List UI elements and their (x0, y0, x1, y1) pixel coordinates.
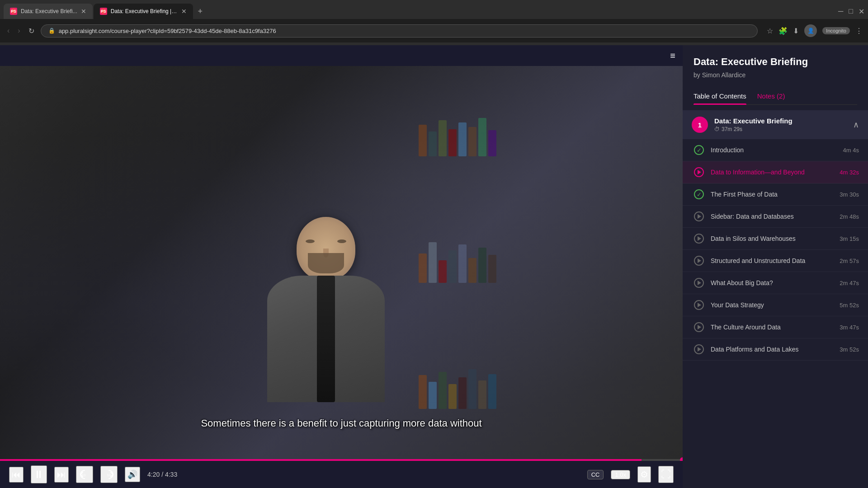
clip-duration-big-data: 2m 47s (840, 280, 859, 286)
tab-table-of-contents[interactable]: Table of Contents (693, 88, 746, 104)
sidebar-content: 1 Data: Executive Briefing ⏱ 37m 29s ∧ ✓ (683, 105, 868, 488)
completed-circle-intro: ✓ (694, 145, 704, 155)
pause-btn[interactable]: ⏸ (31, 465, 47, 483)
incognito-badge: Incognito (822, 27, 850, 34)
sidebar-tabs: Table of Contents Notes (2) (693, 88, 857, 105)
cc-btn[interactable]: CC (587, 470, 604, 479)
minimize-btn[interactable]: ─ (838, 7, 843, 16)
svg-text:10: 10 (82, 473, 86, 477)
clip-icon-sidebar-db (693, 211, 704, 222)
main-content: ≡ (0, 45, 868, 488)
bookmarks-icon[interactable]: ☆ (767, 27, 773, 35)
browser-tab-1[interactable]: PS Data: Executive Briefi... ✕ (4, 4, 93, 19)
completed-circle-first-phase: ✓ (694, 189, 704, 199)
default-circle-data-silos (694, 234, 704, 244)
default-circle-platforms (694, 344, 704, 354)
module-duration: ⏱ 37m 29s (714, 126, 847, 132)
forward-btn[interactable]: › (16, 25, 22, 37)
url-text: app.pluralsight.com/course-player?clipId… (59, 28, 276, 34)
collapse-icon[interactable]: ∧ (853, 120, 859, 130)
clock-icon: ⏱ (714, 126, 720, 132)
clip-item-data-silos[interactable]: Data in Silos and Warehouses 3m 15s (683, 228, 868, 250)
default-circle-your-data (694, 300, 704, 310)
default-circle-structured (694, 256, 704, 266)
clip-icon-data-to-info (693, 167, 704, 178)
more-menu-btn[interactable]: ⋮ (855, 27, 863, 35)
close-window-btn[interactable]: ✕ (859, 7, 864, 16)
progress-filled (0, 459, 642, 461)
profile-icon[interactable]: 👤 (804, 24, 817, 37)
clip-icon-big-data (693, 277, 704, 288)
clip-item-big-data[interactable]: What About Big Data? 2m 47s (683, 272, 868, 294)
skip-back-btn[interactable]: ⏮ (9, 467, 24, 483)
clip-duration-data-silos: 3m 15s (840, 235, 859, 242)
clip-item-platforms[interactable]: Data Platforms and Data Lakes 3m 52s (683, 338, 868, 361)
head (297, 217, 355, 280)
clip-name-your-data-strategy: Your Data Strategy (711, 301, 833, 309)
video-controls: ⏮ ⏸ ⏭ 10 10 🔊 (0, 461, 683, 488)
speed-btn[interactable]: 1.0x (611, 470, 630, 479)
volume-btn[interactable]: 🔊 (125, 467, 140, 482)
tab-notes[interactable]: Notes (2) (757, 88, 785, 104)
tab2-close-btn[interactable]: ✕ (181, 8, 187, 15)
clip-item-your-data-strategy[interactable]: Your Data Strategy 5m 52s (683, 294, 868, 316)
clip-name-intro: Introduction (711, 146, 837, 154)
module-section[interactable]: 1 Data: Executive Briefing ⏱ 37m 29s ∧ (683, 110, 868, 139)
clip-duration-first-phase: 3m 30s (840, 191, 859, 198)
browser-tab-2[interactable]: PS Data: Executive Briefing | Plu... ✕ (94, 4, 193, 19)
clip-duration-culture: 3m 47s (840, 324, 859, 331)
rewind10-btn[interactable]: 10 (76, 466, 93, 483)
new-tab-button[interactable]: + (194, 5, 207, 18)
default-circle-big-data (694, 278, 704, 288)
fullscreen-btn[interactable]: ⛶ (658, 466, 674, 483)
clip-icon-intro: ✓ (693, 145, 704, 155)
active-play-circle (694, 167, 704, 177)
clip-item-intro[interactable]: ✓ Introduction 4m 4s (683, 139, 868, 161)
url-bar[interactable]: 🔒 app.pluralsight.com/course-player?clip… (41, 24, 758, 38)
clip-item-structured[interactable]: Structured and Unstructured Data 2m 57s (683, 250, 868, 272)
play-icon-culture (698, 325, 701, 329)
sidebar-toggle-btn[interactable]: ≡ (670, 51, 675, 61)
window-controls: ─ □ ✕ (838, 7, 864, 16)
clip-icon-your-data-strategy (693, 300, 704, 310)
clip-item-culture[interactable]: The Culture Around Data 3m 47s (683, 316, 868, 338)
clip-name-sidebar-db: Sidebar: Data and Databases (711, 213, 833, 220)
clip-item-first-phase[interactable]: ✓ The First Phase of Data 3m 30s (683, 183, 868, 206)
module-number: 1 (692, 117, 708, 133)
skip-fwd-btn[interactable]: ⏭ (54, 467, 69, 483)
play-icon-platforms (698, 347, 701, 352)
clip-icon-structured (693, 255, 704, 266)
tab1-close-btn[interactable]: ✕ (81, 8, 86, 15)
default-circle-culture (694, 322, 704, 332)
clip-name-platforms: Data Platforms and Data Lakes (711, 346, 833, 353)
clip-name-first-phase: The First Phase of Data (711, 191, 833, 198)
clip-name-data-silos: Data in Silos and Warehouses (711, 235, 833, 242)
time-display: 4:20 / 4:33 (147, 471, 177, 478)
tab1-title: Data: Executive Briefi... (21, 8, 77, 14)
video-progress-bar[interactable] (0, 459, 683, 461)
video-background: Sometimes there is a benefit to just cap… (0, 66, 683, 461)
download-icon[interactable]: ⬇ (793, 27, 799, 35)
reload-btn[interactable]: ↻ (27, 25, 36, 37)
address-bar: ‹ › ↻ 🔒 app.pluralsight.com/course-playe… (0, 19, 868, 42)
tab2-favicon: PS (100, 8, 107, 15)
module-name: Data: Executive Briefing (714, 117, 847, 125)
module-info: Data: Executive Briefing ⏱ 37m 29s (714, 117, 847, 132)
clip-item-sidebar-db[interactable]: Sidebar: Data and Databases 2m 48s (683, 206, 868, 228)
browser-chrome: PS Data: Executive Briefi... ✕ PS Data: … (0, 0, 868, 45)
tab1-favicon: PS (10, 8, 17, 15)
clip-icon-data-silos (693, 233, 704, 244)
default-circle-sidebar-db (694, 211, 704, 221)
video-frame[interactable]: Sometimes there is a benefit to just cap… (0, 66, 683, 461)
clip-icon-platforms (693, 344, 704, 355)
extensions-icon[interactable]: 🧩 (778, 27, 788, 35)
clip-duration-structured: 2m 57s (840, 258, 859, 264)
settings-btn[interactable]: ⚙ (637, 466, 651, 483)
clip-duration-data-to-info: 4m 32s (840, 169, 859, 176)
clip-item-data-to-info[interactable]: Data to Information—and Beyond 4m 32s (683, 161, 868, 183)
svg-text:10: 10 (107, 473, 111, 477)
back-btn[interactable]: ‹ (5, 25, 11, 37)
subtitle-text: Sometimes there is a benefit to just cap… (201, 418, 481, 429)
forward10-btn[interactable]: 10 (100, 466, 118, 483)
maximize-btn[interactable]: □ (849, 7, 853, 16)
